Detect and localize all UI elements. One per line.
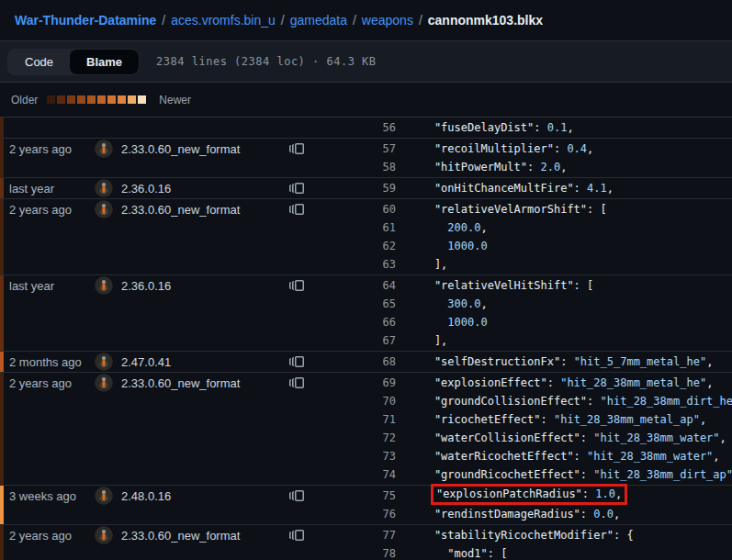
code-lines: 59 "onHitChanceMultFire": 4.1, bbox=[309, 179, 732, 197]
commit-message-link[interactable]: 2.36.0.16 bbox=[121, 279, 281, 293]
view-blame-prior-button[interactable] bbox=[288, 353, 305, 370]
code-text: "onHitChanceMultFire": 4.1, bbox=[398, 179, 614, 197]
blame-meta: 2 years ago 2.33.0.60_new_format bbox=[0, 526, 309, 544]
versions-icon bbox=[289, 354, 304, 369]
blame-meta: 2 years ago 2.33.0.60_new_format bbox=[0, 200, 309, 218]
code-text: "selfDestructionFx": "hit_5_7mm_metal_he… bbox=[398, 353, 713, 371]
line-number[interactable]: 60 bbox=[309, 200, 398, 218]
view-blame-prior-button[interactable] bbox=[288, 277, 305, 294]
code-text: "waterRicochetEffect": "hit_28_38mm_wate… bbox=[398, 447, 720, 465]
committer-avatar[interactable] bbox=[95, 200, 113, 218]
commit-age: last year bbox=[9, 182, 95, 196]
blame-meta: last year 2.36.0.16 bbox=[0, 276, 309, 295]
blame-tab[interactable]: Blame bbox=[70, 50, 139, 74]
commit-message-link[interactable]: 2.48.0.16 bbox=[121, 489, 281, 503]
breadcrumb-path-link[interactable]: weapons bbox=[362, 13, 413, 28]
blame-age-legend: Older Newer bbox=[0, 83, 732, 117]
versions-icon bbox=[289, 202, 304, 217]
line-number[interactable]: 73 bbox=[309, 447, 398, 465]
line-number[interactable]: 71 bbox=[309, 410, 398, 429]
committer-avatar[interactable] bbox=[95, 140, 113, 158]
code-line: 72 "waterCollisionEffect": "hit_28_38mm_… bbox=[309, 429, 732, 447]
blame-hunk: last year 2.36.0.16 59 "onHitChanceMultF… bbox=[0, 177, 732, 198]
view-blame-prior-button[interactable] bbox=[288, 201, 305, 218]
code-line: 56 "fuseDelayDist": 0.1, bbox=[309, 118, 732, 137]
blame-table: 56 "fuseDelayDist": 0.1,2 years ago 2.33… bbox=[0, 117, 732, 560]
code-text: "relativeVelHitShift": [ bbox=[398, 276, 593, 295]
view-blame-prior-button[interactable] bbox=[288, 375, 305, 391]
line-number[interactable]: 77 bbox=[309, 526, 398, 544]
code-text: "rendinstDamageRadius": 0.0, bbox=[398, 505, 620, 523]
committer-avatar[interactable] bbox=[95, 487, 113, 505]
line-number[interactable]: 78 bbox=[309, 544, 398, 560]
commit-message-link[interactable]: 2.47.0.41 bbox=[121, 355, 281, 369]
view-blame-prior-button[interactable] bbox=[288, 487, 305, 504]
commit-age: 2 months ago bbox=[9, 355, 95, 369]
commit-age: 2 years ago bbox=[9, 203, 95, 217]
blame-hunk: 2 years ago 2.33.0.60_new_format 60 "rel… bbox=[0, 198, 732, 274]
commit-message-link[interactable]: 2.36.0.16 bbox=[121, 182, 281, 196]
commit-message-link[interactable]: 2.33.0.60_new_format bbox=[121, 203, 281, 217]
heat-swatch bbox=[67, 95, 75, 104]
committer-avatar[interactable] bbox=[95, 374, 113, 392]
committer-avatar[interactable] bbox=[95, 526, 113, 544]
breadcrumb-current-file: cannonmk103.blkx bbox=[428, 13, 543, 28]
view-blame-prior-button[interactable] bbox=[288, 140, 305, 157]
line-number[interactable]: 64 bbox=[309, 276, 398, 295]
line-number[interactable]: 58 bbox=[309, 158, 398, 176]
heat-swatch bbox=[97, 95, 106, 104]
code-text: "groundRicochetEffect": "hit_28_38mm_dir… bbox=[398, 465, 732, 484]
breadcrumb-repo-link[interactable]: War-Thunder-Datamine bbox=[15, 13, 156, 28]
commit-message-link[interactable]: 2.33.0.60_new_format bbox=[121, 376, 281, 390]
line-number[interactable]: 75 bbox=[309, 487, 398, 505]
code-tab[interactable]: Code bbox=[8, 50, 70, 74]
commit-message-link[interactable]: 2.33.0.60_new_format bbox=[121, 142, 281, 156]
line-number[interactable]: 68 bbox=[309, 353, 398, 371]
committer-avatar[interactable] bbox=[95, 276, 113, 295]
blame-hunk: 3 weeks ago 2.48.0.16 75 "explosionPatch… bbox=[0, 485, 732, 524]
line-number[interactable]: 70 bbox=[309, 392, 398, 410]
blame-meta: last year 2.36.0.16 bbox=[0, 179, 309, 197]
line-number[interactable]: 63 bbox=[309, 255, 398, 274]
committer-avatar[interactable] bbox=[95, 179, 113, 197]
blame-hunk: 2 years ago 2.33.0.60_new_format 57 "rec… bbox=[0, 138, 732, 177]
heat-indicator bbox=[0, 275, 4, 351]
heat-swatch bbox=[107, 95, 116, 104]
code-line: 57 "recoilMultiplier": 0.4, bbox=[309, 140, 732, 158]
line-number[interactable]: 76 bbox=[309, 505, 398, 523]
line-number[interactable]: 61 bbox=[309, 218, 398, 237]
code-line: 62 1000.0 bbox=[309, 237, 732, 255]
commit-message-link[interactable]: 2.33.0.60_new_format bbox=[121, 529, 281, 543]
code-text: 1000.0 bbox=[398, 313, 488, 331]
line-number[interactable]: 62 bbox=[309, 237, 398, 255]
breadcrumb-path-link[interactable]: aces.vromfs.bin_u bbox=[171, 13, 276, 28]
line-number[interactable]: 59 bbox=[309, 179, 398, 197]
line-number[interactable]: 57 bbox=[309, 140, 398, 158]
file-toolbar: Code Blame 2384 lines (2384 loc) · 64.3 … bbox=[0, 40, 732, 83]
code-line: 60 "relativeVelArmorShift": [ bbox=[309, 200, 732, 218]
breadcrumb-path-link[interactable]: gamedata bbox=[290, 13, 347, 28]
line-number[interactable]: 69 bbox=[309, 374, 398, 392]
line-number[interactable]: 74 bbox=[309, 465, 398, 484]
heat-swatch bbox=[77, 95, 85, 104]
blame-meta: 2 years ago 2.33.0.60_new_format bbox=[0, 374, 309, 392]
line-number[interactable]: 56 bbox=[309, 118, 398, 137]
committer-avatar[interactable] bbox=[95, 353, 113, 371]
commit-age: 2 years ago bbox=[9, 142, 95, 156]
code-lines: 57 "recoilMultiplier": 0.4,58 "hitPowerM… bbox=[309, 140, 732, 176]
breadcrumb-separator: / bbox=[419, 13, 422, 28]
view-blame-prior-button[interactable] bbox=[288, 527, 305, 543]
line-number[interactable]: 67 bbox=[309, 331, 398, 350]
line-number[interactable]: 65 bbox=[309, 295, 398, 313]
view-blame-prior-button[interactable] bbox=[288, 180, 305, 196]
code-blame-toggle: Code Blame bbox=[7, 49, 140, 75]
line-number[interactable]: 72 bbox=[309, 429, 398, 447]
line-number[interactable]: 66 bbox=[309, 313, 398, 331]
commit-age: 3 weeks ago bbox=[9, 489, 95, 503]
code-text: "groundCollisionEffect": "hit_28_38mm_di… bbox=[398, 392, 732, 410]
code-text: "mod1": [ bbox=[398, 544, 507, 560]
breadcrumb-separator: / bbox=[162, 13, 165, 28]
code-lines: 64 "relativeVelHitShift": [65 300.0,66 1… bbox=[309, 276, 732, 350]
blame-hunk: 2 years ago 2.33.0.60_new_format 69 "exp… bbox=[0, 372, 732, 485]
legend-older-label: Older bbox=[11, 94, 38, 106]
